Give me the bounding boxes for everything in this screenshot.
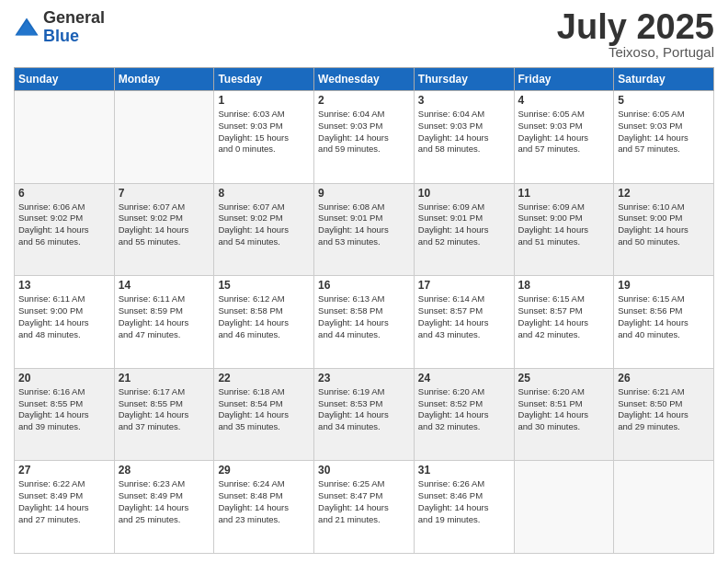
day-info: Sunrise: 6:08 AM Sunset: 9:01 PM Dayligh… xyxy=(318,201,410,248)
calendar-cell xyxy=(614,461,714,554)
day-number: 18 xyxy=(518,279,610,292)
day-info: Sunrise: 6:03 AM Sunset: 9:03 PM Dayligh… xyxy=(218,109,310,155)
logo-icon xyxy=(14,15,40,40)
day-number: 1 xyxy=(218,94,310,107)
day-number: 5 xyxy=(618,94,710,107)
calendar-cell: 22Sunrise: 6:18 AM Sunset: 8:54 PM Dayli… xyxy=(214,368,314,461)
calendar-cell: 14Sunrise: 6:11 AM Sunset: 8:59 PM Dayli… xyxy=(114,276,214,369)
day-number: 20 xyxy=(18,372,110,385)
day-number: 12 xyxy=(618,187,710,200)
weekday-monday: Monday xyxy=(114,68,214,91)
day-number: 13 xyxy=(18,279,110,292)
day-info: Sunrise: 6:22 AM Sunset: 8:49 PM Dayligh… xyxy=(18,478,110,525)
day-number: 27 xyxy=(18,464,110,477)
calendar-cell xyxy=(514,461,614,554)
day-number: 3 xyxy=(418,94,510,107)
calendar-cell: 16Sunrise: 6:13 AM Sunset: 8:58 PM Dayli… xyxy=(314,276,415,369)
day-number: 29 xyxy=(218,464,310,477)
day-number: 2 xyxy=(318,94,410,107)
month-title: July 2025 xyxy=(557,9,714,44)
calendar-cell: 28Sunrise: 6:23 AM Sunset: 8:49 PM Dayli… xyxy=(114,461,214,554)
calendar-cell: 18Sunrise: 6:15 AM Sunset: 8:57 PM Dayli… xyxy=(514,276,614,369)
day-number: 25 xyxy=(518,372,610,385)
calendar-cell: 17Sunrise: 6:14 AM Sunset: 8:57 PM Dayli… xyxy=(414,276,514,369)
day-number: 22 xyxy=(218,372,310,385)
day-info: Sunrise: 6:23 AM Sunset: 8:49 PM Dayligh… xyxy=(119,478,210,525)
day-number: 24 xyxy=(418,372,510,385)
day-info: Sunrise: 6:24 AM Sunset: 8:48 PM Dayligh… xyxy=(218,478,310,525)
calendar-cell: 1Sunrise: 6:03 AM Sunset: 9:03 PM Daylig… xyxy=(214,91,314,184)
calendar-cell xyxy=(114,91,214,184)
calendar-cell: 23Sunrise: 6:19 AM Sunset: 8:53 PM Dayli… xyxy=(314,368,415,461)
calendar-cell: 11Sunrise: 6:09 AM Sunset: 9:00 PM Dayli… xyxy=(514,183,614,276)
calendar-cell: 7Sunrise: 6:07 AM Sunset: 9:02 PM Daylig… xyxy=(114,183,214,276)
calendar-cell: 8Sunrise: 6:07 AM Sunset: 9:02 PM Daylig… xyxy=(214,183,314,276)
day-info: Sunrise: 6:04 AM Sunset: 9:03 PM Dayligh… xyxy=(418,109,510,155)
day-number: 17 xyxy=(418,279,510,292)
day-info: Sunrise: 6:20 AM Sunset: 8:51 PM Dayligh… xyxy=(518,386,610,433)
page: General Blue July 2025 Teixoso, Portugal… xyxy=(0,0,728,563)
day-info: Sunrise: 6:05 AM Sunset: 9:03 PM Dayligh… xyxy=(518,109,610,155)
day-info: Sunrise: 6:06 AM Sunset: 9:02 PM Dayligh… xyxy=(18,201,110,248)
day-info: Sunrise: 6:16 AM Sunset: 8:55 PM Dayligh… xyxy=(18,386,110,433)
calendar-cell: 3Sunrise: 6:04 AM Sunset: 9:03 PM Daylig… xyxy=(414,91,514,184)
logo-general: General xyxy=(43,9,105,28)
weekday-saturday: Saturday xyxy=(614,68,714,91)
week-row-1: 1Sunrise: 6:03 AM Sunset: 9:03 PM Daylig… xyxy=(15,91,714,184)
day-info: Sunrise: 6:07 AM Sunset: 9:02 PM Dayligh… xyxy=(218,201,310,248)
calendar-cell xyxy=(15,91,115,184)
week-row-3: 13Sunrise: 6:11 AM Sunset: 9:00 PM Dayli… xyxy=(15,276,714,369)
location: Teixoso, Portugal xyxy=(557,44,714,60)
calendar-cell: 27Sunrise: 6:22 AM Sunset: 8:49 PM Dayli… xyxy=(15,461,115,554)
logo-text: General Blue xyxy=(43,9,105,46)
weekday-thursday: Thursday xyxy=(414,68,514,91)
calendar-cell: 29Sunrise: 6:24 AM Sunset: 8:48 PM Dayli… xyxy=(214,461,314,554)
header: General Blue July 2025 Teixoso, Portugal xyxy=(14,9,714,60)
calendar: SundayMondayTuesdayWednesdayThursdayFrid… xyxy=(14,67,714,554)
week-row-2: 6Sunrise: 6:06 AM Sunset: 9:02 PM Daylig… xyxy=(15,183,714,276)
calendar-cell: 21Sunrise: 6:17 AM Sunset: 8:55 PM Dayli… xyxy=(114,368,214,461)
day-number: 30 xyxy=(318,464,410,477)
calendar-cell: 30Sunrise: 6:25 AM Sunset: 8:47 PM Dayli… xyxy=(314,461,415,554)
day-number: 6 xyxy=(18,187,110,200)
title-block: July 2025 Teixoso, Portugal xyxy=(557,9,714,60)
day-number: 21 xyxy=(119,372,210,385)
calendar-cell: 10Sunrise: 6:09 AM Sunset: 9:01 PM Dayli… xyxy=(414,183,514,276)
logo: General Blue xyxy=(14,9,105,46)
calendar-cell: 9Sunrise: 6:08 AM Sunset: 9:01 PM Daylig… xyxy=(314,183,415,276)
day-info: Sunrise: 6:18 AM Sunset: 8:54 PM Dayligh… xyxy=(218,386,310,433)
calendar-cell: 15Sunrise: 6:12 AM Sunset: 8:58 PM Dayli… xyxy=(214,276,314,369)
day-number: 8 xyxy=(218,187,310,200)
week-row-4: 20Sunrise: 6:16 AM Sunset: 8:55 PM Dayli… xyxy=(15,368,714,461)
day-info: Sunrise: 6:09 AM Sunset: 9:01 PM Dayligh… xyxy=(418,201,510,248)
calendar-cell: 2Sunrise: 6:04 AM Sunset: 9:03 PM Daylig… xyxy=(314,91,415,184)
day-info: Sunrise: 6:05 AM Sunset: 9:03 PM Dayligh… xyxy=(618,109,710,155)
day-number: 7 xyxy=(119,187,210,200)
day-number: 15 xyxy=(218,279,310,292)
day-info: Sunrise: 6:25 AM Sunset: 8:47 PM Dayligh… xyxy=(318,478,410,525)
weekday-wednesday: Wednesday xyxy=(314,68,415,91)
day-info: Sunrise: 6:17 AM Sunset: 8:55 PM Dayligh… xyxy=(119,386,210,433)
calendar-cell: 5Sunrise: 6:05 AM Sunset: 9:03 PM Daylig… xyxy=(614,91,714,184)
calendar-cell: 19Sunrise: 6:15 AM Sunset: 8:56 PM Dayli… xyxy=(614,276,714,369)
day-info: Sunrise: 6:14 AM Sunset: 8:57 PM Dayligh… xyxy=(418,293,510,340)
day-number: 14 xyxy=(119,279,210,292)
calendar-cell: 20Sunrise: 6:16 AM Sunset: 8:55 PM Dayli… xyxy=(15,368,115,461)
day-number: 9 xyxy=(318,187,410,200)
calendar-cell: 31Sunrise: 6:26 AM Sunset: 8:46 PM Dayli… xyxy=(414,461,514,554)
day-info: Sunrise: 6:11 AM Sunset: 9:00 PM Dayligh… xyxy=(18,293,110,340)
calendar-cell: 12Sunrise: 6:10 AM Sunset: 9:00 PM Dayli… xyxy=(614,183,714,276)
day-number: 4 xyxy=(518,94,610,107)
calendar-cell: 13Sunrise: 6:11 AM Sunset: 9:00 PM Dayli… xyxy=(15,276,115,369)
day-number: 26 xyxy=(618,372,710,385)
day-number: 23 xyxy=(318,372,410,385)
day-info: Sunrise: 6:13 AM Sunset: 8:58 PM Dayligh… xyxy=(318,293,410,340)
calendar-cell: 4Sunrise: 6:05 AM Sunset: 9:03 PM Daylig… xyxy=(514,91,614,184)
day-number: 16 xyxy=(318,279,410,292)
weekday-header-row: SundayMondayTuesdayWednesdayThursdayFrid… xyxy=(15,68,714,91)
day-info: Sunrise: 6:26 AM Sunset: 8:46 PM Dayligh… xyxy=(418,478,510,525)
day-info: Sunrise: 6:19 AM Sunset: 8:53 PM Dayligh… xyxy=(318,386,410,433)
calendar-cell: 26Sunrise: 6:21 AM Sunset: 8:50 PM Dayli… xyxy=(614,368,714,461)
day-info: Sunrise: 6:09 AM Sunset: 9:00 PM Dayligh… xyxy=(518,201,610,248)
day-info: Sunrise: 6:20 AM Sunset: 8:52 PM Dayligh… xyxy=(418,386,510,433)
